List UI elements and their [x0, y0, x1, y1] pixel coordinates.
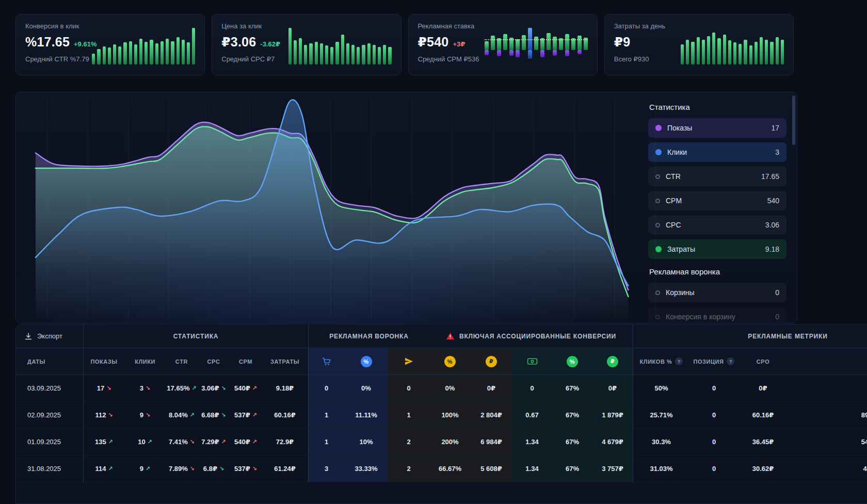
legend-item-корзины[interactable]: Корзины0 [648, 283, 786, 302]
mini-bar [309, 43, 312, 64]
legend-item-label: Затраты [667, 245, 765, 253]
table-cell: 72.9₽ [262, 429, 308, 455]
kpi-value: ₽3.06 [221, 35, 256, 50]
mini-bar-diverging [584, 28, 588, 64]
mini-bar [362, 45, 365, 64]
mini-bar-up [565, 34, 569, 50]
legend-item-клики[interactable]: Клики3 [648, 142, 786, 162]
mini-bar [145, 42, 148, 64]
mini-bar [325, 45, 328, 64]
legend-item-cpc[interactable]: CPC3.06 [648, 215, 786, 235]
export-button[interactable]: Экспорт [24, 332, 62, 340]
legend-item-ctr[interactable]: CTR17.65 [648, 167, 786, 186]
legend-item-label: CPM [666, 197, 767, 205]
cell-value: 60.16₽ [752, 411, 774, 419]
table-cell: 537₽↗ [230, 402, 262, 428]
table-cell: 7.89%↘ [166, 456, 198, 482]
column-header-1: ПОКАЗЫ [83, 348, 124, 375]
table-cell: 9.18₽ [262, 375, 308, 401]
mini-bar [702, 40, 705, 64]
kpi-card-4: Затраты за день₽9Всего ₽930 [604, 14, 794, 75]
column-header-11: ₽ [471, 348, 512, 375]
mini-bar [160, 41, 164, 64]
mini-bar [733, 42, 736, 64]
kpi-mini-bar-chart [681, 28, 784, 64]
mini-bar [150, 40, 153, 64]
table-cell: 9↗ [124, 456, 166, 482]
mini-bar-diverging [565, 28, 569, 64]
mini-bar [357, 47, 360, 64]
column-group-0: Экспорт [16, 324, 83, 348]
mini-bar [765, 40, 768, 64]
cell-value: 0% [361, 384, 371, 392]
mini-bar [320, 43, 323, 64]
mini-bar-diverging [509, 28, 513, 64]
column-group-1: СТАТИСТИКА [83, 324, 308, 348]
mini-bar-down [553, 50, 557, 56]
legend-item-value: 0 [775, 288, 779, 297]
column-group-label: РЕКЛАМНЫЕ МЕТРИКИ [748, 333, 827, 340]
cell-value: 89 [861, 411, 867, 419]
table-cell: 3↘ [124, 375, 166, 401]
table-group-header-row: ЭкспортСТАТИСТИКАРЕКЛАМНАЯ ВОРОНКАВКЛЮЧА… [16, 324, 867, 348]
mini-bar-diverging [577, 28, 582, 64]
cell-value: 0 [712, 384, 716, 392]
table-cell: 0% [344, 375, 388, 401]
cell-value: 0% [445, 384, 455, 392]
cell-value: 4 679₽ [602, 438, 623, 446]
table-cell: 0 [689, 375, 738, 401]
cell-value: 3 [325, 465, 328, 473]
mini-bar-down [497, 50, 501, 57]
cell-value: 10% [359, 438, 373, 446]
legend-item-label: Клики [667, 148, 775, 156]
table-cell: 10% [344, 429, 388, 455]
legend-item-value: 0 [775, 313, 779, 321]
column-header-0: ДАТЫ [16, 348, 83, 375]
legend-item-показы[interactable]: Показы17 [648, 118, 786, 138]
help-icon[interactable]: ? [727, 357, 734, 365]
column-header-8: % [344, 348, 388, 375]
help-icon[interactable]: ? [675, 357, 683, 365]
mini-bar-diverging [522, 28, 526, 64]
table-cell: 112↘ [83, 402, 124, 428]
cell-value: 112 [95, 411, 106, 419]
mini-bar-diverging [559, 28, 563, 64]
column-header-label: КЛИКОВ % [640, 359, 672, 365]
column-group-2: РЕКЛАМНАЯ ВОРОНКА [308, 324, 429, 348]
legend-item-конверсия-в-корзину[interactable]: Конверсия в корзину0 [648, 307, 786, 323]
cell-value: 54 [861, 438, 867, 446]
percent-circle-icon: % [361, 356, 372, 367]
cell-value: 17 [97, 384, 104, 392]
mini-bar [134, 44, 137, 64]
legend-item-затраты[interactable]: Затраты9.18 [648, 239, 786, 259]
trend-down-icon: ↘ [190, 465, 195, 472]
cell-value: 114 [95, 465, 106, 473]
cell-value: 6 984₽ [480, 438, 502, 446]
cell-value: 2 804₽ [480, 411, 502, 419]
table-cell: 3 757₽ [592, 456, 633, 482]
trend-down-icon: ↘ [146, 412, 150, 418]
cell-value: 66.67% [439, 465, 461, 473]
cell-value: 67% [566, 438, 579, 446]
ruble-circle-icon: ₽ [486, 356, 497, 367]
kpi-value: ₽540 [418, 35, 449, 50]
cell-value: 0.67 [525, 411, 538, 419]
mini-bar [754, 42, 758, 64]
kpi-delta: -3.62₽ [260, 40, 280, 48]
column-header-16: ПОЗИЦИЯ? [689, 348, 738, 375]
cell-value: 67% [566, 411, 579, 419]
cell-value: 0₽ [487, 384, 495, 392]
mini-bar [315, 42, 318, 64]
legend-item-cpm[interactable]: CPM540 [648, 191, 786, 210]
table-cell: 3 [308, 456, 344, 482]
legend-item-label: Конверсия в корзину [666, 313, 775, 321]
legend-item-value: 17.65 [761, 172, 779, 181]
mini-bar-up [534, 37, 538, 50]
table-cell: 30.62₽ [738, 456, 788, 482]
legend-section-title: Рекламная воронка [649, 267, 785, 276]
kpi-delta: +3₽ [453, 40, 465, 48]
chart-scrollbar[interactable] [792, 95, 795, 145]
table-cell: 1.34 [512, 429, 552, 455]
cell-value: 6.8₽ [203, 465, 217, 473]
mini-bar [367, 43, 371, 64]
